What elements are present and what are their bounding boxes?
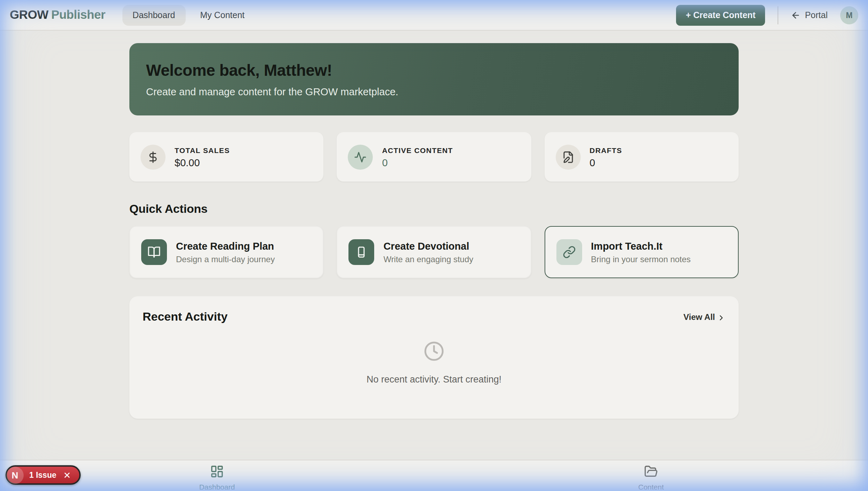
stat-label: ACTIVE CONTENT bbox=[382, 146, 453, 154]
main-content: Welcome back, Matthew! Create and manage… bbox=[129, 31, 739, 419]
chevron-right-icon bbox=[717, 313, 725, 322]
stat-label: TOTAL SALES bbox=[175, 146, 230, 154]
issue-count-label: 1 Issue bbox=[29, 471, 56, 479]
header-right: + Create Content Portal M bbox=[676, 5, 858, 25]
stat-value: $0.00 bbox=[175, 157, 230, 168]
stat-card-active-content: ACTIVE CONTENT 0 bbox=[337, 132, 531, 182]
dashboard-grid-icon bbox=[210, 469, 224, 481]
quick-actions-heading: Quick Actions bbox=[129, 202, 739, 216]
bottom-nav-label: Content bbox=[616, 483, 686, 491]
portal-link-label: Portal bbox=[805, 10, 828, 20]
view-all-label: View All bbox=[683, 312, 715, 322]
action-title: Import Teach.It bbox=[591, 240, 691, 251]
recent-activity-header: Recent Activity View All bbox=[143, 310, 725, 324]
action-title: Create Devotional bbox=[384, 240, 473, 251]
link-icon bbox=[556, 239, 582, 265]
dollar-icon bbox=[140, 144, 166, 169]
issue-indicator-pill[interactable]: N 1 Issue ✕ bbox=[6, 465, 81, 485]
create-devotional-card[interactable]: Create Devotional Write an engaging stud… bbox=[337, 226, 531, 278]
app-header: GROWPublisher Dashboard My Content + Cre… bbox=[0, 0, 868, 31]
bottom-nav: Dashboard Content bbox=[0, 460, 868, 491]
brand-primary: GROW bbox=[10, 8, 48, 22]
header-divider bbox=[778, 6, 779, 24]
bottom-nav-dashboard[interactable]: Dashboard bbox=[182, 465, 252, 491]
close-icon[interactable]: ✕ bbox=[62, 469, 72, 481]
action-subtitle: Bring in your sermon notes bbox=[591, 254, 691, 264]
quick-actions-row: Create Reading Plan Design a multi-day j… bbox=[129, 226, 739, 278]
stat-label: DRAFTS bbox=[589, 146, 622, 154]
view-all-link[interactable]: View All bbox=[683, 312, 725, 322]
stat-text: TOTAL SALES $0.00 bbox=[175, 146, 230, 168]
nextjs-logo-icon[interactable]: N bbox=[6, 466, 24, 484]
recent-activity-heading: Recent Activity bbox=[143, 310, 227, 324]
recent-activity-empty-state: No recent activity. Start creating! bbox=[143, 341, 725, 385]
clock-icon bbox=[424, 341, 444, 364]
bottom-nav-label: Dashboard bbox=[182, 483, 252, 491]
file-pen-icon bbox=[555, 144, 580, 169]
portal-link[interactable]: Portal bbox=[791, 10, 828, 20]
action-text: Import Teach.It Bring in your sermon not… bbox=[591, 240, 691, 264]
folder-open-icon bbox=[644, 469, 658, 481]
activity-icon bbox=[348, 144, 373, 169]
brand-secondary: Publisher bbox=[51, 8, 105, 22]
stat-text: DRAFTS 0 bbox=[589, 146, 622, 168]
stats-row: TOTAL SALES $0.00 ACTIVE CONTENT 0 DRA bbox=[129, 132, 739, 182]
tab-dashboard[interactable]: Dashboard bbox=[122, 5, 185, 25]
stat-card-total-sales: TOTAL SALES $0.00 bbox=[129, 132, 324, 182]
stat-card-drafts: DRAFTS 0 bbox=[544, 132, 739, 182]
stat-value: 0 bbox=[382, 157, 453, 168]
arrow-left-icon bbox=[791, 10, 801, 20]
create-content-button[interactable]: + Create Content bbox=[676, 5, 765, 25]
action-title: Create Reading Plan bbox=[176, 240, 275, 251]
header-nav: Dashboard My Content bbox=[122, 5, 255, 25]
action-text: Create Reading Plan Design a multi-day j… bbox=[176, 240, 275, 264]
action-subtitle: Write an engaging study bbox=[384, 254, 473, 264]
recent-activity-card: Recent Activity View All No recent activ… bbox=[129, 296, 739, 419]
bottom-nav-content[interactable]: Content bbox=[616, 465, 686, 491]
welcome-title: Welcome back, Matthew! bbox=[146, 61, 722, 80]
book-icon bbox=[349, 239, 375, 265]
tab-my-content[interactable]: My Content bbox=[190, 5, 255, 25]
avatar[interactable]: M bbox=[840, 6, 858, 24]
welcome-subtitle: Create and manage content for the GROW m… bbox=[146, 86, 722, 97]
import-teachit-card[interactable]: Import Teach.It Bring in your sermon not… bbox=[544, 226, 739, 278]
create-reading-plan-card[interactable]: Create Reading Plan Design a multi-day j… bbox=[129, 226, 324, 278]
brand-logo: GROWPublisher bbox=[10, 8, 105, 22]
book-open-icon bbox=[141, 239, 167, 265]
stat-text: ACTIVE CONTENT 0 bbox=[382, 146, 453, 168]
action-text: Create Devotional Write an engaging stud… bbox=[384, 240, 473, 264]
welcome-banner: Welcome back, Matthew! Create and manage… bbox=[129, 43, 739, 115]
viewport: GROWPublisher Dashboard My Content + Cre… bbox=[0, 0, 868, 491]
action-subtitle: Design a multi-day journey bbox=[176, 254, 275, 264]
stat-value: 0 bbox=[589, 157, 622, 168]
empty-activity-message: No recent activity. Start creating! bbox=[367, 374, 501, 385]
